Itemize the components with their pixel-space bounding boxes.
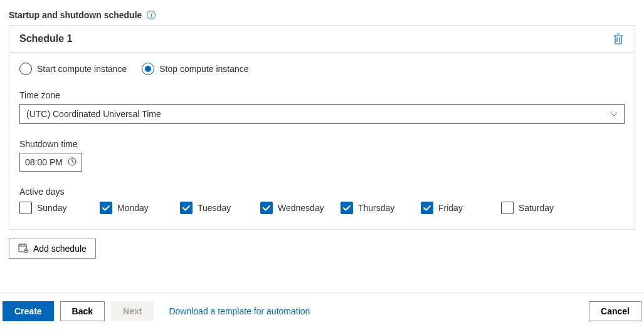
shutdown-time-label: Shutdown time [19, 139, 625, 149]
schedule-header: Schedule 1 [9, 26, 635, 53]
checkbox-icon [19, 202, 32, 214]
day-checkbox-tuesday[interactable]: Tuesday [180, 202, 260, 214]
day-label: Saturday [519, 203, 554, 213]
chevron-down-icon [610, 109, 618, 119]
page-header: Startup and shutdown schedule i [0, 0, 644, 25]
next-button: Next [111, 301, 154, 321]
checkbox-icon [180, 202, 193, 214]
active-days-label: Active days [19, 187, 625, 197]
radio-dot [145, 66, 151, 72]
add-schedule-label: Add schedule [33, 244, 87, 254]
timezone-section: Time zone (UTC) Coordinated Universal Ti… [19, 90, 625, 124]
radio-label: Start compute instance [37, 64, 127, 74]
checkbox-icon [421, 202, 433, 214]
timezone-select[interactable]: (UTC) Coordinated Universal Time [19, 104, 625, 124]
day-label: Sunday [37, 203, 66, 213]
clock-icon [68, 157, 77, 168]
timezone-value: (UTC) Coordinated Universal Time [26, 109, 161, 119]
day-label: Thursday [358, 203, 394, 213]
day-checkbox-friday[interactable]: Friday [421, 202, 501, 214]
cancel-button[interactable]: Cancel [589, 301, 641, 321]
day-checkbox-monday[interactable]: Monday [100, 202, 180, 214]
calendar-add-icon [18, 243, 28, 255]
timezone-label: Time zone [19, 90, 625, 100]
day-checkbox-saturday[interactable]: Saturday [501, 202, 581, 214]
day-label: Tuesday [198, 203, 231, 213]
checkbox-icon [100, 202, 112, 214]
shutdown-time-input[interactable]: 08:00 PM [19, 153, 82, 172]
schedule-body: Start compute instance Stop compute inst… [9, 53, 635, 229]
radio-icon [19, 63, 32, 75]
action-radio-group: Start compute instance Stop compute inst… [19, 63, 625, 75]
checkbox-icon [340, 202, 353, 214]
day-label: Wednesday [278, 203, 324, 213]
checkbox-icon [501, 202, 514, 214]
radio-icon [142, 63, 154, 75]
active-days-section: Active days SundayMondayTuesdayWednesday… [19, 187, 625, 214]
day-label: Friday [438, 203, 463, 213]
start-compute-radio[interactable]: Start compute instance [19, 63, 127, 75]
days-row: SundayMondayTuesdayWednesdayThursdayFrid… [19, 202, 625, 214]
checkbox-icon [260, 202, 273, 214]
schedule-card: Schedule 1 Start compute instance Stop c… [9, 25, 635, 230]
shutdown-time-value: 08:00 PM [25, 157, 63, 167]
stop-compute-radio[interactable]: Stop compute instance [142, 63, 248, 75]
day-checkbox-wednesday[interactable]: Wednesday [260, 202, 340, 214]
day-checkbox-thursday[interactable]: Thursday [340, 202, 421, 214]
download-template-link[interactable]: Download a template for automation [169, 306, 310, 316]
add-schedule-button[interactable]: Add schedule [9, 239, 96, 259]
bottom-bar: Create Back Next Download a template for… [0, 292, 644, 330]
info-icon[interactable]: i [147, 11, 156, 19]
shutdown-time-section: Shutdown time 08:00 PM [19, 139, 625, 172]
day-label: Monday [117, 203, 149, 213]
back-button[interactable]: Back [60, 301, 105, 321]
day-checkbox-sunday[interactable]: Sunday [19, 202, 100, 214]
page-title: Startup and shutdown schedule [9, 10, 142, 20]
schedule-title: Schedule 1 [19, 33, 72, 44]
radio-label: Stop compute instance [159, 64, 248, 74]
delete-icon[interactable] [613, 33, 625, 44]
create-button[interactable]: Create [3, 301, 54, 321]
